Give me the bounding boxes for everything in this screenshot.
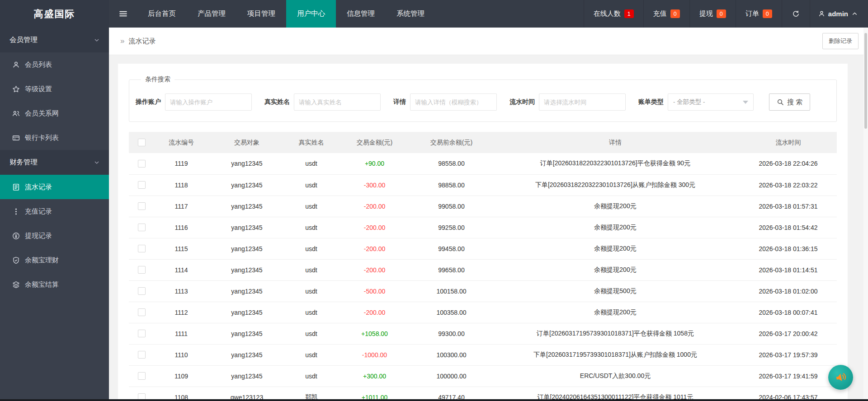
hamburger-icon (119, 9, 127, 18)
topbar-stat[interactable]: 充值 0 (643, 0, 689, 28)
scrollbar-track[interactable] (863, 28, 868, 399)
username: admin (828, 10, 848, 18)
search-field: 流水时间 (509, 93, 626, 111)
topbar: 高盛国际 后台首页产品管理项目管理用户中心信息管理系统管理 在线人数 1 充值 … (0, 0, 868, 28)
topnav-item[interactable]: 信息管理 (336, 0, 386, 28)
chevron-down-icon (94, 159, 100, 166)
topnav-item[interactable]: 用户中心 (286, 0, 336, 28)
search-field-input[interactable] (539, 93, 626, 111)
select-all-checkbox[interactable] (138, 139, 146, 146)
account-cell: yang12345 (208, 344, 285, 365)
sidebar-item[interactable]: 会员关系网 (0, 101, 109, 126)
row-checkbox[interactable] (138, 160, 146, 168)
checkbox-cell (129, 174, 154, 196)
user-menu[interactable]: admin (810, 0, 868, 28)
sidebar-item[interactable]: 银行卡列表 (0, 126, 109, 150)
topbar-stat[interactable]: 提现 0 (689, 0, 736, 28)
topbar-stat[interactable]: 订单 0 (736, 0, 782, 28)
sidebar-item-label: 充值记录 (25, 207, 52, 216)
row-checkbox[interactable] (138, 308, 146, 316)
sidebar-item-label: 流水记录 (25, 183, 52, 191)
scrollbar-thumb[interactable] (864, 33, 867, 129)
content-panel: 条件搜索 操作账户 真实姓名 详情 流水时间 账单类型 - 全部类型 - 搜 索 (118, 64, 848, 401)
sidebar-section-header[interactable]: 会员管理 (0, 28, 109, 52)
sidebar-item[interactable]: 会员列表 (0, 52, 109, 77)
menu-toggle-button[interactable] (109, 0, 137, 28)
row-checkbox[interactable] (138, 181, 146, 189)
sidebar-item[interactable]: 流水记录 (0, 175, 109, 199)
checkbox-cell (129, 323, 154, 344)
field-label: 操作账户 (136, 98, 161, 106)
balance-cell: 99258.00 (412, 217, 491, 238)
realname-cell: usdt (285, 323, 337, 344)
breadcrumb-icon: » (120, 37, 124, 46)
bill-type-select[interactable]: - 全部类型 - (668, 93, 754, 111)
time-cell: 2026-03-18 01:02:00 (740, 280, 837, 302)
page-title: 流水记录 (128, 37, 156, 46)
sidebar-item[interactable]: 提现记录 (0, 224, 109, 248)
detail-cell: 余额提现500元 (491, 280, 740, 302)
sidebar-item[interactable]: 等级设置 (0, 77, 109, 101)
realname-cell: usdt (285, 196, 337, 217)
search-button-label: 搜 索 (787, 98, 802, 107)
topnav: 后台首页产品管理项目管理用户中心信息管理系统管理 (137, 0, 435, 28)
table-header-row: 流水编号交易对象真实姓名交易金额(元)交易前余额(元)详情流水时间 (129, 132, 837, 153)
realname-cell: usdt (285, 280, 337, 302)
sidebar-item-label: 银行卡列表 (25, 134, 59, 142)
sidebar-item[interactable]: 余额宝理财 (0, 248, 109, 272)
column-header: 交易前余额(元) (412, 132, 491, 153)
sidebar-item-label: 余额宝理财 (25, 256, 59, 265)
flow-id-cell: 1115 (154, 238, 208, 259)
realname-cell: usdt (285, 174, 337, 196)
row-checkbox[interactable] (138, 266, 146, 274)
customer-service-button[interactable] (828, 365, 853, 390)
sidebar-section-header[interactable]: 财务管理 (0, 150, 109, 175)
search-box: 条件搜索 操作账户 真实姓名 详情 流水时间 账单类型 - 全部类型 - 搜 索 (129, 75, 837, 122)
flow-id-cell: 1110 (154, 344, 208, 365)
amount-cell: -500.00 (337, 280, 412, 302)
topbar-stat[interactable]: 在线人数 1 (584, 0, 643, 28)
realname-cell: usdt (285, 365, 337, 387)
balance-cell: 99300.00 (412, 323, 491, 344)
sidebar-item[interactable]: 充值记录 (0, 199, 109, 224)
sidebar-item-label: 提现记录 (25, 232, 52, 240)
realname-cell: usdt (285, 238, 337, 259)
checkbox-cell (129, 238, 154, 259)
search-button[interactable]: 搜 索 (769, 93, 810, 111)
time-cell: 2026-03-18 01:14:51 (740, 259, 837, 280)
topnav-item[interactable]: 后台首页 (137, 0, 187, 28)
row-checkbox[interactable] (138, 372, 146, 380)
account-cell: yang12345 (208, 259, 285, 280)
topnav-item[interactable]: 项目管理 (236, 0, 286, 28)
account-cell: yang12345 (208, 238, 285, 259)
row-checkbox[interactable] (138, 202, 146, 210)
search-field-input[interactable] (165, 93, 252, 111)
sidebar-item[interactable]: 余额宝结算 (0, 272, 109, 297)
refresh-button[interactable] (782, 0, 810, 28)
column-header: 交易金额(元) (337, 132, 412, 153)
balance-cell: 100000.00 (412, 365, 491, 387)
table-row: 1112 yang12345 usdt -200.00 100358.00 余额… (129, 302, 837, 323)
search-field-input[interactable] (410, 93, 497, 111)
time-cell: 2026-03-18 01:54:42 (740, 217, 837, 238)
delete-records-button[interactable]: 删除记录 (822, 33, 859, 49)
field-label: 详情 (393, 98, 406, 106)
flow-id-cell: 1118 (154, 174, 208, 196)
row-checkbox[interactable] (138, 245, 146, 252)
time-cell: 2026-03-17 19:57:39 (740, 344, 837, 365)
balance-cell: 99058.00 (412, 196, 491, 217)
detail-cell: 余额提现200元 (491, 196, 740, 217)
person-icon (12, 61, 20, 69)
table-row: 1115 yang12345 usdt -200.00 99458.00 余额提… (129, 238, 837, 259)
row-checkbox[interactable] (138, 330, 146, 337)
app-logo: 高盛国际 (0, 0, 109, 28)
topnav-item[interactable]: 产品管理 (187, 0, 236, 28)
search-field: 账单类型 - 全部类型 - (638, 93, 754, 111)
row-checkbox[interactable] (138, 287, 146, 295)
topnav-item[interactable]: 系统管理 (386, 0, 435, 28)
search-field-input[interactable] (294, 93, 381, 111)
row-checkbox[interactable] (138, 224, 146, 231)
field-label: 真实姓名 (264, 98, 290, 106)
search-legend: 条件搜索 (141, 75, 175, 84)
row-checkbox[interactable] (138, 351, 146, 359)
